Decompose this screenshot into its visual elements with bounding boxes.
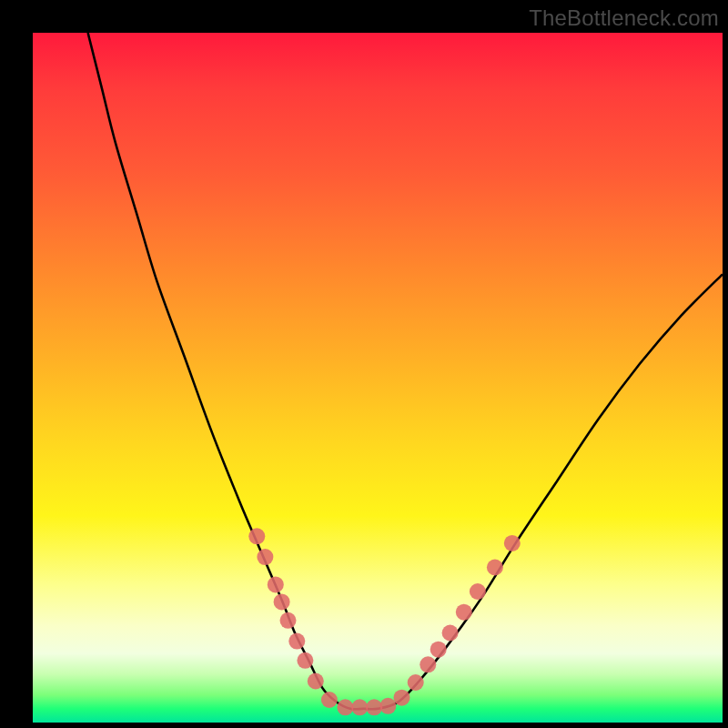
watermark-text: TheBottleneck.com (529, 5, 719, 31)
data-marker (274, 593, 290, 610)
curve-line (88, 33, 723, 709)
data-marker (366, 699, 382, 715)
data-marker (351, 699, 368, 715)
plot-area (33, 33, 723, 723)
data-marker (408, 674, 424, 691)
data-marker (257, 549, 273, 565)
data-marker (280, 612, 297, 629)
data-marker (268, 576, 284, 592)
data-marker (297, 652, 313, 669)
data-marker (487, 560, 503, 576)
data-marker (456, 604, 472, 621)
data-marker (308, 673, 324, 690)
data-marker (420, 656, 436, 672)
data-marker (379, 698, 396, 714)
data-marker (337, 699, 353, 715)
chart-frame: TheBottleneck.com (0, 0, 728, 728)
marker-group (248, 528, 521, 715)
data-marker (430, 642, 447, 658)
data-marker (470, 583, 486, 600)
data-marker (394, 690, 410, 706)
chart-svg (33, 33, 723, 723)
data-marker (504, 535, 521, 551)
data-marker (288, 633, 305, 650)
data-marker (248, 528, 265, 544)
data-marker (442, 625, 459, 642)
data-marker (321, 692, 338, 708)
